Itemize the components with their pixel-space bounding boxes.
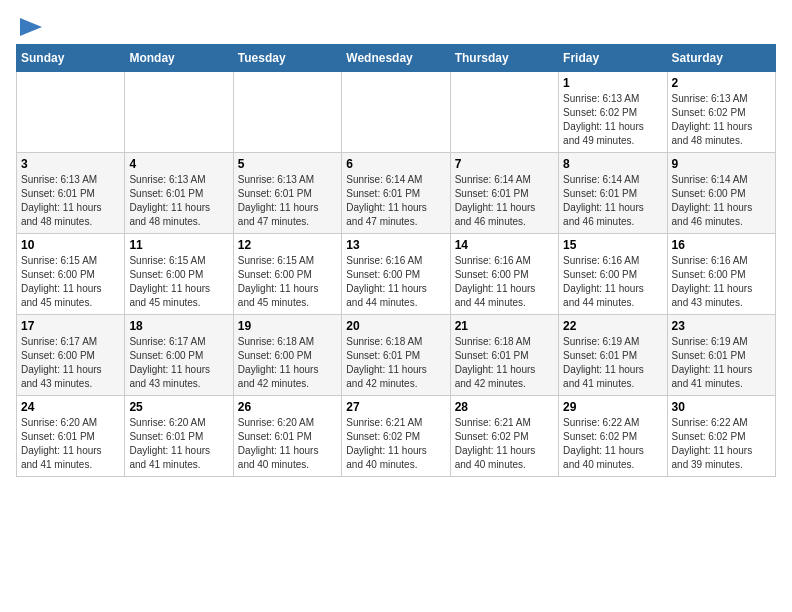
day-cell: 12Sunrise: 6:15 AM Sunset: 6:00 PM Dayli… (233, 234, 341, 315)
day-number: 24 (21, 400, 120, 414)
day-info: Sunrise: 6:19 AM Sunset: 6:01 PM Dayligh… (672, 335, 771, 391)
day-info: Sunrise: 6:17 AM Sunset: 6:00 PM Dayligh… (129, 335, 228, 391)
week-row-1: 1Sunrise: 6:13 AM Sunset: 6:02 PM Daylig… (17, 72, 776, 153)
day-info: Sunrise: 6:20 AM Sunset: 6:01 PM Dayligh… (21, 416, 120, 472)
week-row-3: 10Sunrise: 6:15 AM Sunset: 6:00 PM Dayli… (17, 234, 776, 315)
week-row-4: 17Sunrise: 6:17 AM Sunset: 6:00 PM Dayli… (17, 315, 776, 396)
calendar-table: SundayMondayTuesdayWednesdayThursdayFrid… (16, 44, 776, 477)
day-info: Sunrise: 6:20 AM Sunset: 6:01 PM Dayligh… (238, 416, 337, 472)
day-cell: 2Sunrise: 6:13 AM Sunset: 6:02 PM Daylig… (667, 72, 775, 153)
col-header-saturday: Saturday (667, 45, 775, 72)
day-cell: 19Sunrise: 6:18 AM Sunset: 6:00 PM Dayli… (233, 315, 341, 396)
day-info: Sunrise: 6:14 AM Sunset: 6:01 PM Dayligh… (455, 173, 554, 229)
logo (16, 16, 42, 36)
day-cell: 27Sunrise: 6:21 AM Sunset: 6:02 PM Dayli… (342, 396, 450, 477)
day-number: 15 (563, 238, 662, 252)
day-cell: 14Sunrise: 6:16 AM Sunset: 6:00 PM Dayli… (450, 234, 558, 315)
week-row-2: 3Sunrise: 6:13 AM Sunset: 6:01 PM Daylig… (17, 153, 776, 234)
day-info: Sunrise: 6:17 AM Sunset: 6:00 PM Dayligh… (21, 335, 120, 391)
day-number: 16 (672, 238, 771, 252)
day-cell: 29Sunrise: 6:22 AM Sunset: 6:02 PM Dayli… (559, 396, 667, 477)
day-number: 12 (238, 238, 337, 252)
day-info: Sunrise: 6:15 AM Sunset: 6:00 PM Dayligh… (238, 254, 337, 310)
day-number: 26 (238, 400, 337, 414)
day-info: Sunrise: 6:13 AM Sunset: 6:02 PM Dayligh… (672, 92, 771, 148)
day-info: Sunrise: 6:16 AM Sunset: 6:00 PM Dayligh… (563, 254, 662, 310)
week-row-5: 24Sunrise: 6:20 AM Sunset: 6:01 PM Dayli… (17, 396, 776, 477)
day-number: 22 (563, 319, 662, 333)
day-info: Sunrise: 6:20 AM Sunset: 6:01 PM Dayligh… (129, 416, 228, 472)
day-number: 14 (455, 238, 554, 252)
day-info: Sunrise: 6:22 AM Sunset: 6:02 PM Dayligh… (563, 416, 662, 472)
day-cell: 16Sunrise: 6:16 AM Sunset: 6:00 PM Dayli… (667, 234, 775, 315)
col-header-monday: Monday (125, 45, 233, 72)
day-number: 3 (21, 157, 120, 171)
svg-marker-0 (20, 18, 42, 36)
day-cell (233, 72, 341, 153)
day-cell: 13Sunrise: 6:16 AM Sunset: 6:00 PM Dayli… (342, 234, 450, 315)
day-info: Sunrise: 6:15 AM Sunset: 6:00 PM Dayligh… (129, 254, 228, 310)
col-header-wednesday: Wednesday (342, 45, 450, 72)
day-cell (342, 72, 450, 153)
calendar-header: SundayMondayTuesdayWednesdayThursdayFrid… (17, 45, 776, 72)
day-info: Sunrise: 6:22 AM Sunset: 6:02 PM Dayligh… (672, 416, 771, 472)
day-info: Sunrise: 6:13 AM Sunset: 6:01 PM Dayligh… (238, 173, 337, 229)
day-number: 1 (563, 76, 662, 90)
day-cell: 30Sunrise: 6:22 AM Sunset: 6:02 PM Dayli… (667, 396, 775, 477)
day-info: Sunrise: 6:16 AM Sunset: 6:00 PM Dayligh… (455, 254, 554, 310)
day-number: 4 (129, 157, 228, 171)
col-header-thursday: Thursday (450, 45, 558, 72)
day-number: 10 (21, 238, 120, 252)
day-number: 25 (129, 400, 228, 414)
col-header-tuesday: Tuesday (233, 45, 341, 72)
day-info: Sunrise: 6:21 AM Sunset: 6:02 PM Dayligh… (455, 416, 554, 472)
day-number: 2 (672, 76, 771, 90)
day-cell: 6Sunrise: 6:14 AM Sunset: 6:01 PM Daylig… (342, 153, 450, 234)
day-number: 19 (238, 319, 337, 333)
day-cell: 22Sunrise: 6:19 AM Sunset: 6:01 PM Dayli… (559, 315, 667, 396)
day-cell (17, 72, 125, 153)
day-number: 27 (346, 400, 445, 414)
col-header-friday: Friday (559, 45, 667, 72)
day-cell: 26Sunrise: 6:20 AM Sunset: 6:01 PM Dayli… (233, 396, 341, 477)
day-number: 5 (238, 157, 337, 171)
page-header (16, 16, 776, 36)
day-cell: 3Sunrise: 6:13 AM Sunset: 6:01 PM Daylig… (17, 153, 125, 234)
day-number: 28 (455, 400, 554, 414)
day-cell: 10Sunrise: 6:15 AM Sunset: 6:00 PM Dayli… (17, 234, 125, 315)
day-info: Sunrise: 6:13 AM Sunset: 6:01 PM Dayligh… (21, 173, 120, 229)
day-info: Sunrise: 6:21 AM Sunset: 6:02 PM Dayligh… (346, 416, 445, 472)
day-info: Sunrise: 6:19 AM Sunset: 6:01 PM Dayligh… (563, 335, 662, 391)
day-cell: 5Sunrise: 6:13 AM Sunset: 6:01 PM Daylig… (233, 153, 341, 234)
day-info: Sunrise: 6:18 AM Sunset: 6:00 PM Dayligh… (238, 335, 337, 391)
day-cell: 24Sunrise: 6:20 AM Sunset: 6:01 PM Dayli… (17, 396, 125, 477)
day-cell: 18Sunrise: 6:17 AM Sunset: 6:00 PM Dayli… (125, 315, 233, 396)
day-cell: 9Sunrise: 6:14 AM Sunset: 6:00 PM Daylig… (667, 153, 775, 234)
day-cell: 7Sunrise: 6:14 AM Sunset: 6:01 PM Daylig… (450, 153, 558, 234)
day-number: 11 (129, 238, 228, 252)
day-cell: 21Sunrise: 6:18 AM Sunset: 6:01 PM Dayli… (450, 315, 558, 396)
day-number: 29 (563, 400, 662, 414)
day-cell: 1Sunrise: 6:13 AM Sunset: 6:02 PM Daylig… (559, 72, 667, 153)
day-info: Sunrise: 6:18 AM Sunset: 6:01 PM Dayligh… (346, 335, 445, 391)
day-number: 8 (563, 157, 662, 171)
logo-arrow-icon (20, 18, 42, 36)
day-info: Sunrise: 6:13 AM Sunset: 6:02 PM Dayligh… (563, 92, 662, 148)
day-number: 7 (455, 157, 554, 171)
col-header-sunday: Sunday (17, 45, 125, 72)
day-info: Sunrise: 6:13 AM Sunset: 6:01 PM Dayligh… (129, 173, 228, 229)
day-info: Sunrise: 6:14 AM Sunset: 6:01 PM Dayligh… (346, 173, 445, 229)
day-cell: 17Sunrise: 6:17 AM Sunset: 6:00 PM Dayli… (17, 315, 125, 396)
day-number: 21 (455, 319, 554, 333)
day-cell: 20Sunrise: 6:18 AM Sunset: 6:01 PM Dayli… (342, 315, 450, 396)
day-cell (125, 72, 233, 153)
day-cell (450, 72, 558, 153)
day-info: Sunrise: 6:18 AM Sunset: 6:01 PM Dayligh… (455, 335, 554, 391)
day-info: Sunrise: 6:14 AM Sunset: 6:00 PM Dayligh… (672, 173, 771, 229)
day-info: Sunrise: 6:15 AM Sunset: 6:00 PM Dayligh… (21, 254, 120, 310)
day-number: 9 (672, 157, 771, 171)
day-cell: 4Sunrise: 6:13 AM Sunset: 6:01 PM Daylig… (125, 153, 233, 234)
day-number: 6 (346, 157, 445, 171)
day-cell: 11Sunrise: 6:15 AM Sunset: 6:00 PM Dayli… (125, 234, 233, 315)
day-cell: 23Sunrise: 6:19 AM Sunset: 6:01 PM Dayli… (667, 315, 775, 396)
